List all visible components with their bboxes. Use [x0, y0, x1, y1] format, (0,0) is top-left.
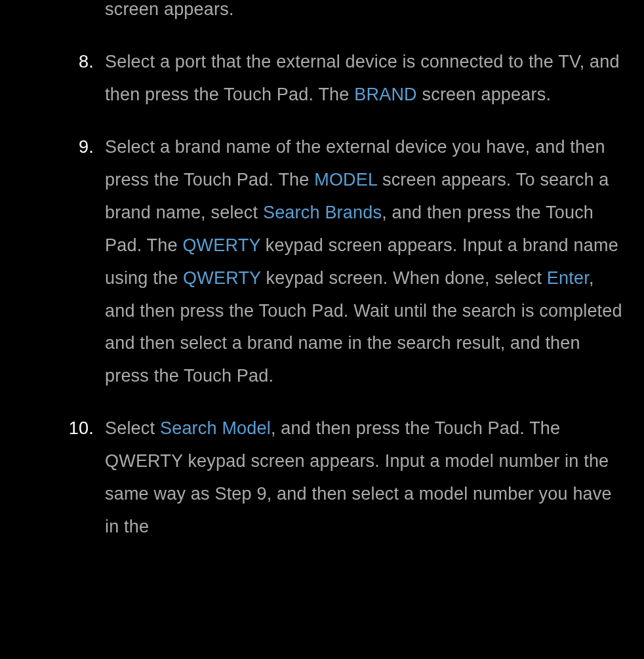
fragment-continuation: screen appears. — [64, 0, 624, 26]
highlight-term: Search Brands — [263, 203, 382, 222]
body-text: keypad screen. When done, select — [261, 268, 547, 288]
highlight-term: QWERTY — [182, 235, 260, 255]
step-9: 9. Select a brand name of the external d… — [64, 131, 624, 393]
highlight-term: Search Model — [160, 418, 271, 438]
step-number: 10. — [64, 412, 94, 445]
highlight-term: Enter — [547, 268, 589, 288]
step-number: 9. — [64, 131, 94, 164]
body-text: Select — [105, 418, 160, 438]
step-10: 10. Select Search Model, and then press … — [64, 412, 624, 544]
step-number: 8. — [64, 46, 94, 79]
highlight-term: BRAND — [354, 85, 417, 104]
highlight-term: QWERTY — [183, 268, 261, 288]
step-text: Select a port that the external device i… — [105, 52, 620, 104]
fragment-text: screen appears. — [105, 0, 234, 19]
step-8: 8. Select a port that the external devic… — [64, 46, 624, 111]
step-text: Select a brand name of the external devi… — [105, 137, 622, 386]
document-page: screen appears. 8. Select a port that th… — [0, 0, 644, 544]
highlight-term: MODEL — [314, 170, 377, 190]
body-text: screen appears. — [417, 85, 551, 104]
step-text: Select Search Model, and then press the … — [105, 418, 612, 536]
